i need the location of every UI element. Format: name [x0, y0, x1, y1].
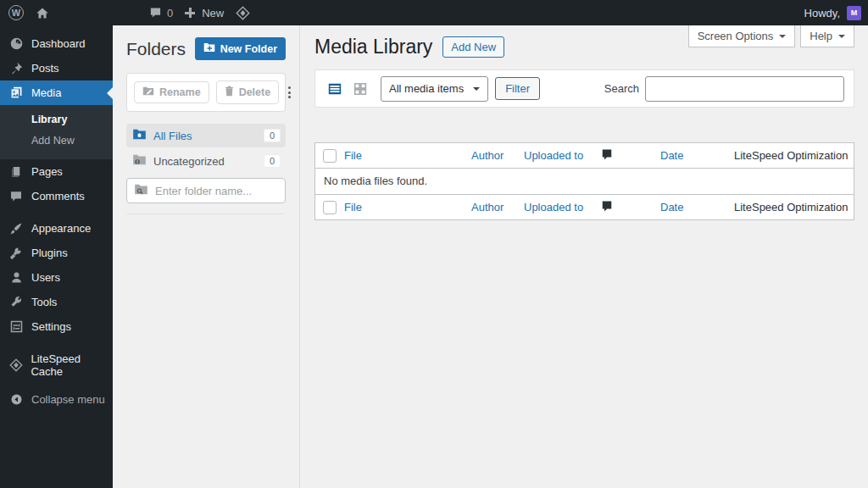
sidebar-item-litespeed-cache[interactable]: LiteSpeed Cache [0, 352, 113, 377]
folder-search-icon [134, 184, 148, 197]
trash-icon [225, 86, 234, 99]
admin-bar: W 0 New Howdy, M [0, 0, 868, 25]
comments-count: 0 [167, 7, 173, 19]
folders-panel-title: Folders [126, 39, 186, 59]
media-submenu: Library Add New [0, 105, 113, 159]
chevron-down-icon [779, 35, 786, 42]
media-filter-toolbar: All media items Filter Search [314, 69, 854, 108]
home-site-icon[interactable] [36, 7, 49, 19]
sidebar-item-appearance[interactable]: Appearance [0, 216, 113, 241]
sidebar-item-label: Plugins [31, 247, 68, 259]
sidebar-item-media[interactable]: Media [0, 80, 113, 105]
screen-options-label: Screen Options [698, 30, 774, 42]
folders-panel: Folders New Folder Rename Delete All Fil… [113, 25, 300, 488]
folder-row-uncategorized[interactable]: Uncategorized 0 [126, 149, 286, 173]
sidebar-item-users[interactable]: Users [0, 265, 113, 290]
folder-plus-icon [203, 42, 215, 55]
submenu-item-add-new[interactable]: Add New [0, 130, 113, 152]
page-title: Media Library [314, 36, 432, 58]
tools-wrench-icon [8, 296, 24, 308]
litespeed-icon[interactable] [236, 6, 250, 20]
dashboard-icon [8, 36, 24, 51]
media-library-content: Screen Options Help Media Library Add Ne… [300, 25, 868, 488]
select-all-checkbox[interactable] [323, 149, 337, 163]
folder-name-input[interactable] [155, 185, 304, 197]
help-label: Help [810, 30, 832, 42]
help-button[interactable]: Help [800, 25, 854, 47]
new-folder-label: New Folder [220, 43, 277, 55]
howdy-greeting[interactable]: Howdy, [804, 7, 840, 19]
sidebar-item-settings[interactable]: Settings [0, 314, 113, 339]
folders-more-options-kebab-icon[interactable] [286, 84, 293, 101]
column-footer-date[interactable]: Date [660, 201, 734, 214]
user-avatar[interactable]: M [847, 6, 861, 20]
list-view-icon[interactable] [325, 79, 345, 99]
pages-icon [8, 165, 24, 179]
media-icon [8, 86, 24, 100]
column-footer-author[interactable]: Author [471, 201, 524, 214]
comments-bubble-icon[interactable] [149, 7, 162, 19]
add-new-button[interactable]: Add New [442, 36, 504, 58]
new-plus-icon[interactable] [185, 8, 195, 18]
column-header-uploaded-to[interactable]: Uploaded to [524, 149, 600, 162]
rename-folder-icon [142, 86, 154, 98]
collapse-menu-label: Collapse menu [31, 393, 105, 406]
column-footer-file[interactable]: File [344, 201, 471, 214]
select-all-checkbox[interactable] [323, 201, 337, 214]
search-input[interactable] [645, 76, 844, 102]
submenu-item-library[interactable]: Library [0, 109, 113, 130]
chevron-down-icon [838, 35, 845, 42]
collapse-menu-button[interactable]: Collapse menu [0, 387, 113, 412]
all-files-folder-icon [132, 129, 147, 142]
media-type-selected-value: All media items [389, 82, 464, 95]
folder-row-all-files[interactable]: All Files 0 [126, 124, 286, 147]
folders-toolbar: Rename Delete [126, 73, 286, 112]
table-footer-row: File Author Uploaded to Date LiteSpeed O… [315, 194, 854, 219]
admin-sidebar: Dashboard Posts Media Library Add New Pa… [0, 25, 113, 488]
column-header-date[interactable]: Date [660, 149, 734, 162]
media-type-select[interactable]: All media items [381, 76, 488, 102]
folder-list: All Files 0 Uncategorized 0 [126, 124, 286, 173]
sidebar-item-label: Pages [31, 165, 63, 178]
comments-icon [8, 190, 24, 202]
sidebar-item-label: Comments [31, 190, 85, 202]
wordpress-logo-icon[interactable]: W [8, 5, 24, 20]
folder-label: All Files [153, 130, 258, 142]
delete-folder-button[interactable]: Delete [216, 80, 280, 104]
uncategorized-folder-icon [132, 154, 147, 168]
folder-label: Uncategorized [153, 155, 258, 168]
sidebar-item-label: Posts [31, 62, 59, 75]
column-header-comments-icon[interactable] [600, 148, 660, 164]
sidebar-item-tools[interactable]: Tools [0, 290, 113, 314]
users-icon [8, 271, 24, 284]
table-header-row: File Author Uploaded to Date LiteSpeed O… [315, 143, 854, 169]
new-folder-button[interactable]: New Folder [195, 37, 286, 60]
sidebar-item-label: Users [31, 271, 60, 284]
sidebar-item-posts[interactable]: Posts [0, 56, 113, 80]
column-footer-uploaded-to[interactable]: Uploaded to [524, 201, 600, 214]
sidebar-item-pages[interactable]: Pages [0, 159, 113, 184]
column-header-file[interactable]: File [344, 149, 471, 162]
sidebar-item-comments[interactable]: Comments [0, 184, 113, 208]
column-footer-comments-icon[interactable] [600, 200, 660, 215]
grid-view-icon[interactable] [350, 79, 370, 99]
sidebar-item-plugins[interactable]: Plugins [0, 241, 113, 265]
column-header-author[interactable]: Author [471, 149, 524, 162]
posts-pin-icon [8, 62, 24, 75]
settings-sliders-icon [8, 320, 24, 333]
rename-label: Rename [159, 86, 201, 98]
sidebar-item-label: Settings [31, 320, 71, 333]
collapse-arrow-icon [8, 393, 24, 406]
new-menu-label[interactable]: New [202, 7, 224, 19]
folder-count-badge: 0 [264, 130, 280, 141]
folder-count-badge: 0 [264, 155, 280, 167]
sidebar-item-dashboard[interactable]: Dashboard [0, 31, 113, 56]
sidebar-item-label: Media [31, 86, 61, 99]
rename-folder-button[interactable]: Rename [134, 81, 209, 103]
appearance-brush-icon [8, 222, 24, 236]
media-table: File Author Uploaded to Date LiteSpeed O… [314, 142, 854, 220]
filter-button[interactable]: Filter [495, 77, 540, 100]
screen-options-button[interactable]: Screen Options [688, 25, 796, 47]
sidebar-item-label: LiteSpeed Cache [31, 352, 113, 378]
sidebar-item-label: Dashboard [31, 37, 86, 50]
